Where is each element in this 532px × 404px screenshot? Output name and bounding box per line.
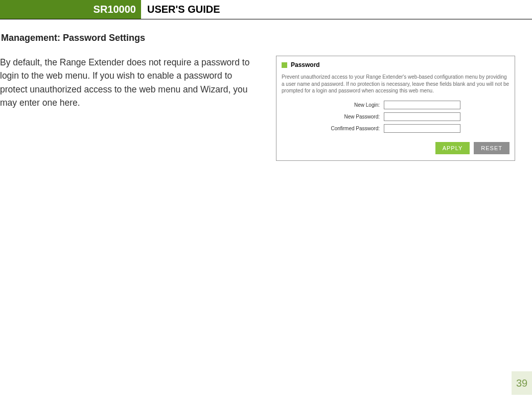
header-bar: SR10000 USER'S GUIDE (0, 0, 532, 19)
new-password-label: New Password: (282, 114, 384, 120)
new-login-input[interactable] (384, 101, 460, 109)
guide-title: USER'S GUIDE (141, 0, 220, 19)
apply-button[interactable]: APPLY (435, 142, 470, 154)
confirmed-password-label: Confirmed Password: (282, 126, 384, 131)
new-login-label: New Login: (282, 102, 384, 108)
password-panel: Password Prevent unauthorized access to … (276, 56, 515, 161)
section-heading: Management: Password Settings (1, 33, 532, 43)
description-text: By default, the Range Extender does not … (0, 56, 261, 109)
panel-bullet-icon (282, 62, 287, 68)
confirmed-password-input[interactable] (384, 124, 460, 133)
panel-title: Password (291, 61, 320, 68)
page-number: 39 (512, 371, 532, 395)
model-badge: SR10000 (0, 0, 141, 19)
new-password-input[interactable] (384, 112, 460, 121)
panel-help-text: Prevent unauthorized access to your Rang… (282, 74, 510, 94)
reset-button[interactable]: RESET (474, 142, 510, 154)
